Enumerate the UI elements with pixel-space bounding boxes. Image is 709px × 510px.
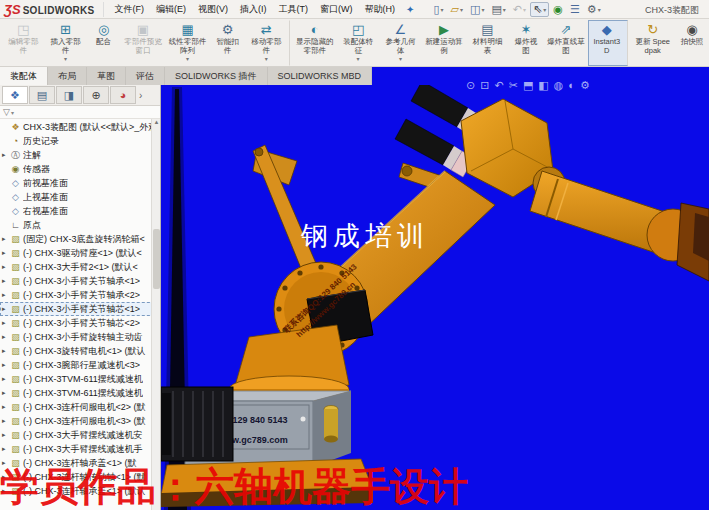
options[interactable]: ⚙ ▾ [584, 2, 604, 17]
tree-item[interactable]: ▸ ▧ (-) CHX-3TVM-611摆线减速机 [0, 372, 160, 386]
tree-item[interactable]: ▸ ▧ (固定) CHX-3底盘旋转涡轮箱< [0, 232, 160, 246]
dropdown-caret-icon[interactable]: ▾ [357, 56, 360, 62]
command-tab[interactable]: 评估 [126, 67, 165, 85]
ribbon-button[interactable]: ▤ 材料明细表 [466, 20, 508, 66]
tree-item[interactable]: ▸ ▧ (-) CHX-3腕部行星减速机<3> [0, 358, 160, 372]
ribbon-button[interactable]: ◐ 显示隐藏的零部件 [292, 20, 337, 66]
expand-arrow-icon[interactable]: ▸ [2, 291, 10, 299]
new-file[interactable]: ▯ ▾ [430, 2, 446, 17]
dropdown-caret-icon[interactable]: ▾ [523, 6, 526, 13]
expand-arrow-icon[interactable]: ▸ [2, 277, 10, 285]
previous-view-icon[interactable]: ↶ [494, 79, 503, 91]
expand-arrow-icon[interactable]: ▸ [2, 389, 10, 397]
tree-item[interactable]: ▸ ▧ (-) CHX-3TVM-611摆线减速机 [0, 386, 160, 400]
expand-arrow-icon[interactable]: ▸ [2, 417, 10, 425]
open-file[interactable]: ▱ ▾ [447, 2, 465, 17]
tree-item[interactable]: ▸ Ⓐ 注解 [0, 148, 160, 162]
displaymanager-tab[interactable]: ◕ [110, 86, 136, 104]
view-orientation-icon[interactable]: ⬒ [523, 79, 533, 91]
command-tab[interactable]: SOLIDWORKS 插件 [165, 67, 268, 85]
expand-arrow-icon[interactable]: ▸ [2, 347, 10, 355]
scene-icon[interactable]: ⚙ [580, 79, 590, 91]
tree-item[interactable]: ▸ ◇ 前视基准面 [0, 176, 160, 190]
tree-item[interactable]: ▸ ▧ (-) CHX-3小手臂旋转轴主动齿 [0, 330, 160, 344]
tree-scrollbar[interactable]: ▲ [151, 119, 160, 510]
ribbon-button[interactable]: ✶ 爆炸视图 [509, 20, 544, 66]
expand-arrow-icon[interactable]: ▸ [2, 235, 10, 243]
tree-item[interactable]: ▸ ▧ (-) CHX-3大手臂摆线减速机手 [0, 442, 160, 456]
tree-item[interactable]: ▸ ◇ 上视基准面 [0, 190, 160, 204]
menu-item[interactable]: 视图(V) [193, 1, 233, 18]
dropdown-caret-icon[interactable]: ▾ [64, 56, 67, 62]
rebuild[interactable]: ◉ [550, 2, 566, 17]
ribbon-button[interactable]: ▣ 零部件预览窗口 [121, 20, 166, 66]
tree-item[interactable]: ▸ ▧ (-) CHX-3小手臂关节轴芯<1> [0, 302, 160, 316]
edit-appearance-icon[interactable]: ◐ [568, 79, 575, 91]
section-view-icon[interactable]: ✂ [509, 79, 518, 91]
tree-item[interactable]: ▸ ▧ (-) CHX-3大手臂摆线减速机安 [0, 428, 160, 442]
graphics-viewport[interactable]: 学习 QQ:129 840 5143 http://www.gc789.com [161, 85, 709, 510]
command-tab[interactable]: SOLIDWORKS MBD [268, 67, 373, 85]
tree-item[interactable]: ▸ ▧ (-) CHX-3驱动臂座<1> (默认< [0, 246, 160, 260]
zoom-fit-icon[interactable]: ⊙ [466, 79, 475, 91]
ribbon-button[interactable]: ◉ 拍快照 [675, 20, 709, 66]
expand-arrow-icon[interactable]: ▸ [2, 431, 10, 439]
dropdown-caret-icon[interactable]: ▾ [503, 6, 506, 13]
tree-item[interactable]: ▸ ▧ (-) CHX-3连杆轴承盖<1> (默 [0, 456, 160, 470]
save[interactable]: ◫ ▾ [467, 2, 487, 17]
command-tab[interactable]: 布局 [48, 67, 87, 85]
tree-item[interactable]: ▸ ❖ CHX-3装配图 (默认<<默认>_外观 [0, 120, 160, 134]
menu-item[interactable]: 文件(F) [110, 1, 150, 18]
dropdown-caret-icon[interactable]: ▾ [265, 56, 268, 62]
zoom-area-icon[interactable]: ⊡ [480, 79, 489, 91]
menu-item[interactable]: 插入(I) [235, 1, 272, 18]
dropdown-caret-icon[interactable]: ▾ [460, 6, 463, 13]
dropdown-caret-icon[interactable]: ▾ [598, 6, 601, 13]
display-style-icon[interactable]: ◧ [538, 79, 548, 91]
dropdown-caret-icon[interactable]: ▾ [481, 6, 484, 13]
expand-arrow-icon[interactable]: ▸ [2, 375, 10, 383]
expand-arrow-icon[interactable]: ▸ [2, 361, 10, 369]
select-pointer[interactable]: ⇖ ▾ [530, 2, 549, 17]
menu-item[interactable]: 工具(T) [274, 1, 314, 18]
dropdown-caret-icon[interactable]: ▾ [440, 6, 443, 13]
ribbon-button[interactable]: ◆ Instant3D [588, 20, 628, 66]
ribbon-button[interactable]: ⇄ 移动零部件 ▾ [245, 20, 290, 66]
expand-arrow-icon[interactable]: ▸ [2, 319, 10, 327]
ribbon-button[interactable]: ◰ 装配体特征 ▾ [337, 20, 379, 66]
command-tab[interactable]: 草图 [87, 67, 126, 85]
tree-item[interactable]: ▸ ▧ (-) CHX-3连杆伺服电机<3> (默 [0, 414, 160, 428]
ribbon-button[interactable]: ⇗ 爆炸直线草图 [544, 20, 589, 66]
ribbon-button[interactable]: ▦ 线性零部件阵列 ▾ [165, 20, 210, 66]
tree-item[interactable]: ▸ ∟ 原点 [0, 218, 160, 232]
ribbon-button[interactable]: ◎ 配合 [87, 20, 121, 66]
print[interactable]: ▤ ▾ [488, 2, 508, 17]
expand-arrow-icon[interactable]: ▸ [2, 473, 10, 481]
panel-more-icon[interactable]: › [139, 90, 142, 101]
tree-item[interactable]: ▸ ▧ (-) CHX-3旋转臂电机<1> (默认 [0, 344, 160, 358]
dropdown-caret-icon[interactable]: ▾ [399, 56, 402, 62]
expand-arrow-icon[interactable]: ▸ [2, 403, 10, 411]
ribbon-button[interactable]: ↻ 更新 Speedpak [630, 20, 675, 66]
dimxpertmanager-tab[interactable]: ⊕ [83, 86, 109, 104]
menu-item[interactable]: 窗口(W) [315, 1, 358, 18]
expand-arrow-icon[interactable]: ▸ [2, 445, 10, 453]
tree-item[interactable]: ▸ ◇ 右视基准面 [0, 204, 160, 218]
tree-item[interactable]: ▸ ▧ (-) CHX-3连杆轴传动轴<1> (默 [0, 470, 160, 484]
configurationmanager-tab[interactable]: ◨ [56, 86, 82, 104]
scrollbar-thumb[interactable] [153, 229, 160, 289]
menu-item[interactable]: 编辑(E) [151, 1, 191, 18]
ribbon-button[interactable]: ▶ 新建运动算例 [422, 20, 467, 66]
tree-item[interactable]: ▸ ▧ (-) CHX-3连杆伺服电机<2> (默 [0, 400, 160, 414]
expand-arrow-icon[interactable]: ▸ [2, 305, 10, 313]
command-tab[interactable]: 装配体 [0, 67, 48, 85]
propertymanager-tab[interactable]: ▤ [29, 86, 55, 104]
undo[interactable]: ↶ ▾ [510, 2, 529, 17]
expand-arrow-icon[interactable]: ▸ [2, 333, 10, 341]
expand-arrow-icon[interactable]: ▸ [2, 487, 10, 495]
tree-item[interactable]: ▸ ◔ 历史记录 [0, 134, 160, 148]
expand-arrow-icon[interactable]: ▸ [2, 263, 10, 271]
dropdown-caret-icon[interactable]: ▾ [186, 56, 189, 62]
ribbon-button[interactable]: ⊞ 插入零部件 ▾ [44, 20, 86, 66]
tree-item[interactable]: ▸ ◉ 传感器 [0, 162, 160, 176]
